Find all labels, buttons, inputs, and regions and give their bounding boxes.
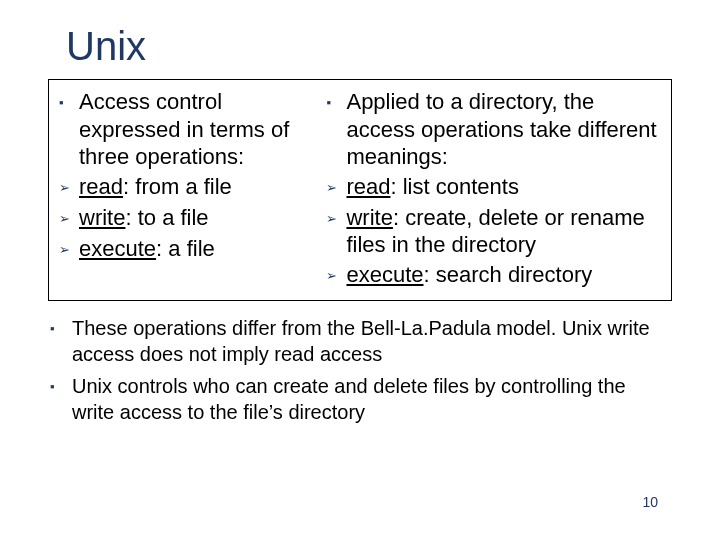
text: write: to a file <box>79 204 306 233</box>
comparison-box: Access control expressed in terms of thr… <box>48 79 672 301</box>
page-number: 10 <box>642 494 658 510</box>
lower-notes: These operations differ from the Bell-La… <box>48 315 672 425</box>
text: Unix controls who can create and delete … <box>72 373 670 425</box>
arrow-bullet-icon <box>59 235 79 264</box>
arrow-bullet-icon <box>59 204 79 233</box>
text: These operations differ from the Bell-La… <box>72 315 670 367</box>
bullet-execute-dir: execute: search directory <box>326 261 661 290</box>
bullet-write-dir: write: create, delete or rename files in… <box>326 204 661 259</box>
bullet-head-left: Access control expressed in terms of thr… <box>59 88 306 171</box>
bullet-head-right: Applied to a directory, the access opera… <box>326 88 661 171</box>
text: read: from a file <box>79 173 306 202</box>
arrow-bullet-icon <box>326 173 346 202</box>
bullet-note-create-delete: Unix controls who can create and delete … <box>50 373 670 425</box>
arrow-bullet-icon <box>59 173 79 202</box>
arrow-bullet-icon <box>326 261 346 290</box>
bullet-read-dir: read: list contents <box>326 173 661 202</box>
square-bullet-icon <box>326 88 346 171</box>
text: Access control expressed in terms of thr… <box>79 88 306 171</box>
square-bullet-icon <box>59 88 79 171</box>
text: read: list contents <box>346 173 661 202</box>
bullet-write-file: write: to a file <box>59 204 306 233</box>
column-dir-ops: Applied to a directory, the access opera… <box>316 80 671 300</box>
arrow-bullet-icon <box>326 204 346 259</box>
square-bullet-icon <box>50 373 72 425</box>
column-file-ops: Access control expressed in terms of thr… <box>49 80 316 300</box>
text: execute: search directory <box>346 261 661 290</box>
slide-title: Unix <box>66 24 672 69</box>
text: execute: a file <box>79 235 306 264</box>
slide: Unix Access control expressed in terms o… <box>0 0 720 540</box>
bullet-execute-file: execute: a file <box>59 235 306 264</box>
bullet-note-bell: These operations differ from the Bell-La… <box>50 315 670 367</box>
square-bullet-icon <box>50 315 72 367</box>
text: write: create, delete or rename files in… <box>346 204 661 259</box>
bullet-read-file: read: from a file <box>59 173 306 202</box>
text: Applied to a directory, the access opera… <box>346 88 661 171</box>
